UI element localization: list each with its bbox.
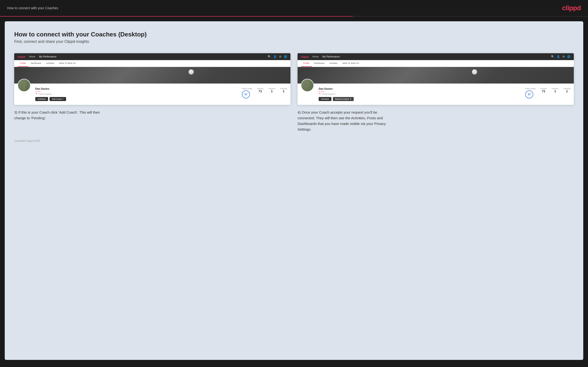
right-unfollow-button[interactable]: Unfollow (319, 97, 331, 101)
left-hero-image (14, 67, 290, 83)
svg-line-10 (306, 86, 307, 89)
golfer-icon (21, 81, 28, 90)
right-nav-performance[interactable]: My Performance (322, 55, 340, 58)
right-tab-profile[interactable]: Profile (301, 60, 312, 67)
left-followers-label: Followers (268, 88, 275, 89)
left-nav-performance[interactable]: My Performance (39, 55, 56, 58)
right-description: 4) Once your Coach accepts your request … (298, 109, 388, 132)
right-stats: Player Quality 97 Activities 71 Follower… (525, 86, 571, 99)
search-icon[interactable]: 🔍 (268, 55, 271, 58)
right-quality-wrap: Player Quality 97 (525, 88, 536, 99)
left-pro-label: Pro (38, 91, 41, 93)
left-activities-label: Activities (257, 88, 264, 89)
plus-icon: + (62, 98, 64, 100)
right-avatar-wrap (301, 79, 314, 92)
left-hero-circle (189, 69, 194, 75)
top-bar: How to connect with your Coaches clippd (0, 0, 588, 16)
left-tab-activities[interactable]: Activities (43, 60, 57, 67)
left-unfollow-button[interactable]: Unfollow (35, 97, 48, 101)
svg-point-0 (23, 81, 25, 83)
right-activities-label: Activities (540, 88, 547, 89)
left-tab-whattaworkon[interactable]: What To Work On (57, 60, 78, 67)
left-stat-followers: Followers 1 (268, 88, 275, 99)
svg-point-6 (306, 81, 308, 83)
right-profile-section: Dan Davies ✔ Pro 📍 United Kingdom Unfoll… (298, 83, 574, 105)
screenshot-right-col: clippd Home My Performance 🔍 👤 ⚙ 🌐 Profi… (298, 53, 574, 132)
left-stat-activities: Activities 71 (257, 88, 264, 99)
pin-icon: 📍 (35, 93, 38, 95)
top-bar-title: How to connect with your Coaches (7, 6, 58, 10)
right-search-icon[interactable]: 🔍 (551, 55, 554, 58)
left-description: 3) If this is your Coach click 'Add Coac… (14, 109, 104, 121)
right-location: 📍 United Kingdom (319, 93, 520, 95)
left-followers-value: 1 (268, 89, 275, 93)
svg-line-5 (24, 86, 25, 89)
right-stat-activities: Activities 71 (540, 88, 547, 99)
page-subtitle: Find, connect and share your Clippd insi… (14, 40, 574, 44)
right-mock-logo: clippd (301, 55, 308, 58)
right-mock-nav: clippd Home My Performance 🔍 👤 ⚙ 🌐 (298, 53, 574, 60)
left-avatar-wrap (17, 79, 31, 92)
right-hero-image (298, 67, 574, 83)
left-add-coach-button[interactable]: Add Coach + (50, 97, 66, 101)
right-following-value: 1 (563, 89, 571, 93)
main-content: How to connect with your Coaches (Deskto… (5, 21, 583, 360)
left-stat-following: Following 1 (280, 88, 287, 99)
left-add-coach-label: Add Coach (52, 98, 62, 100)
right-action-buttons: Unfollow Remove Coach ✕ (319, 97, 520, 101)
footer-copyright: Copyright Clippd 2022 (14, 139, 574, 142)
right-nav-home[interactable]: Home (312, 55, 319, 58)
left-action-buttons: Unfollow Add Coach + (35, 97, 237, 101)
screenshot-right: clippd Home My Performance 🔍 👤 ⚙ 🌐 Profi… (298, 53, 574, 105)
right-hero-circle (472, 69, 477, 75)
right-stat-following: Following 1 (563, 88, 571, 99)
checkmark-icon: ✔ (35, 91, 37, 93)
left-avatar (17, 79, 31, 92)
right-golfer-icon (304, 81, 311, 90)
screenshot-left-col: clippd Home My Performance 🔍 👤 ⚙ 🌐 Profi… (14, 53, 290, 132)
left-tab-profile[interactable]: Profile (17, 60, 28, 67)
left-hero-banner (14, 67, 290, 83)
right-tab-whattaworkon[interactable]: What To Work On (340, 60, 362, 67)
right-settings-icon[interactable]: ⚙ (562, 55, 565, 58)
left-mock-nav: clippd Home My Performance 🔍 👤 ⚙ 🌐 (14, 53, 290, 60)
right-tab-activities[interactable]: Activities (327, 60, 340, 67)
left-location: 📍 United Kingdom (35, 93, 237, 95)
right-quality-label: Player Quality (525, 88, 536, 89)
globe-icon[interactable]: 🌐 (284, 55, 287, 58)
right-followers-value: 1 (552, 89, 559, 93)
left-following-label: Following (280, 88, 287, 89)
divider-line (0, 16, 588, 17)
svg-line-4 (23, 86, 24, 89)
right-mock-tabs: Profile Dashboard Activities What To Wor… (298, 60, 574, 67)
right-pin-icon: 📍 (319, 93, 321, 95)
right-profile-info: Dan Davies ✔ Pro 📍 United Kingdom Unfoll… (319, 86, 520, 101)
right-nav-icons: 🔍 👤 ⚙ 🌐 (551, 55, 571, 58)
clippd-logo: clippd (562, 4, 581, 12)
left-nav-home[interactable]: Home (29, 55, 35, 58)
settings-icon[interactable]: ⚙ (279, 55, 281, 58)
right-avatar (301, 79, 314, 92)
left-profile-info: Dan Davies ✔ Pro 📍 United Kingdom Unfoll… (35, 86, 237, 101)
user-icon[interactable]: 👤 (273, 55, 277, 58)
left-quality-label: Player Quality (242, 88, 252, 89)
left-following-value: 1 (280, 89, 287, 93)
right-checkmark-icon: ✔ (319, 91, 320, 93)
left-profile-section: Dan Davies ✔ Pro 📍 United Kingdom Unfoll… (14, 83, 290, 105)
right-location-text: United Kingdom (322, 93, 335, 95)
left-activities-value: 71 (257, 89, 264, 93)
right-remove-coach-label: Remove Coach (335, 98, 349, 100)
right-globe-icon[interactable]: 🌐 (567, 55, 571, 58)
right-remove-coach-button[interactable]: Remove Coach ✕ (333, 97, 354, 101)
right-tab-dashboard[interactable]: Dashboard (312, 60, 327, 67)
screenshot-left: clippd Home My Performance 🔍 👤 ⚙ 🌐 Profi… (14, 53, 290, 105)
left-player-name: Dan Davies (35, 87, 237, 90)
right-pro-badge: ✔ Pro (319, 91, 520, 93)
right-close-icon: ✕ (350, 98, 351, 100)
left-stats: Player Quality 97 Activities 71 Follower… (242, 86, 287, 99)
left-quality-wrap: Player Quality 97 (242, 88, 252, 99)
left-mock-tabs: Profile Dashboard Activities What To Wor… (14, 60, 290, 67)
page-title: How to connect with your Coaches (Deskto… (14, 31, 574, 38)
left-tab-dashboard[interactable]: Dashboard (28, 60, 43, 67)
right-user-icon[interactable]: 👤 (557, 55, 560, 58)
